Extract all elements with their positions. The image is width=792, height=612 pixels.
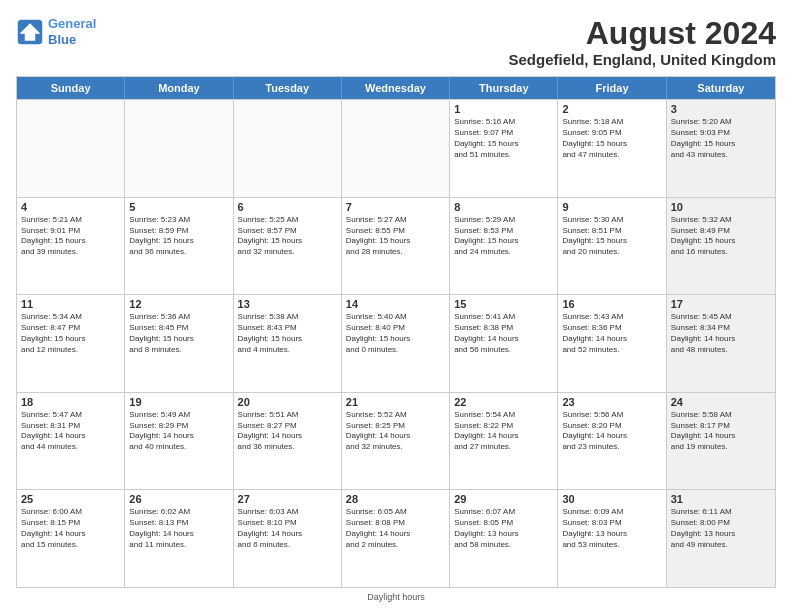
table-row: 8Sunrise: 5:29 AM Sunset: 8:53 PM Daylig… — [450, 198, 558, 295]
day-details: Sunrise: 5:45 AM Sunset: 8:34 PM Dayligh… — [671, 312, 771, 355]
calendar-header: SundayMondayTuesdayWednesdayThursdayFrid… — [17, 77, 775, 99]
day-number: 3 — [671, 103, 771, 115]
day-number: 17 — [671, 298, 771, 310]
day-number: 11 — [21, 298, 120, 310]
table-row — [234, 100, 342, 197]
table-row — [342, 100, 450, 197]
table-row: 16Sunrise: 5:43 AM Sunset: 8:36 PM Dayli… — [558, 295, 666, 392]
table-row: 5Sunrise: 5:23 AM Sunset: 8:59 PM Daylig… — [125, 198, 233, 295]
day-details: Sunrise: 5:20 AM Sunset: 9:03 PM Dayligh… — [671, 117, 771, 160]
day-number: 4 — [21, 201, 120, 213]
logo-text: General Blue — [48, 16, 96, 47]
day-number: 1 — [454, 103, 553, 115]
day-number: 29 — [454, 493, 553, 505]
table-row: 22Sunrise: 5:54 AM Sunset: 8:22 PM Dayli… — [450, 393, 558, 490]
table-row: 14Sunrise: 5:40 AM Sunset: 8:40 PM Dayli… — [342, 295, 450, 392]
day-details: Sunrise: 6:03 AM Sunset: 8:10 PM Dayligh… — [238, 507, 337, 550]
day-details: Sunrise: 5:18 AM Sunset: 9:05 PM Dayligh… — [562, 117, 661, 160]
day-details: Sunrise: 6:09 AM Sunset: 8:03 PM Dayligh… — [562, 507, 661, 550]
table-row: 30Sunrise: 6:09 AM Sunset: 8:03 PM Dayli… — [558, 490, 666, 587]
day-number: 20 — [238, 396, 337, 408]
day-number: 31 — [671, 493, 771, 505]
table-row: 21Sunrise: 5:52 AM Sunset: 8:25 PM Dayli… — [342, 393, 450, 490]
day-details: Sunrise: 5:36 AM Sunset: 8:45 PM Dayligh… — [129, 312, 228, 355]
table-row: 23Sunrise: 5:56 AM Sunset: 8:20 PM Dayli… — [558, 393, 666, 490]
day-details: Sunrise: 6:05 AM Sunset: 8:08 PM Dayligh… — [346, 507, 445, 550]
day-details: Sunrise: 5:23 AM Sunset: 8:59 PM Dayligh… — [129, 215, 228, 258]
table-row: 4Sunrise: 5:21 AM Sunset: 9:01 PM Daylig… — [17, 198, 125, 295]
day-number: 18 — [21, 396, 120, 408]
table-row: 25Sunrise: 6:00 AM Sunset: 8:15 PM Dayli… — [17, 490, 125, 587]
day-details: Sunrise: 5:21 AM Sunset: 9:01 PM Dayligh… — [21, 215, 120, 258]
calendar-day-header: Friday — [558, 77, 666, 99]
day-number: 24 — [671, 396, 771, 408]
day-number: 19 — [129, 396, 228, 408]
day-details: Sunrise: 5:30 AM Sunset: 8:51 PM Dayligh… — [562, 215, 661, 258]
table-row: 19Sunrise: 5:49 AM Sunset: 8:29 PM Dayli… — [125, 393, 233, 490]
day-number: 30 — [562, 493, 661, 505]
calendar-day-header: Wednesday — [342, 77, 450, 99]
footer-note: Daylight hours — [16, 592, 776, 602]
day-number: 21 — [346, 396, 445, 408]
table-row: 2Sunrise: 5:18 AM Sunset: 9:05 PM Daylig… — [558, 100, 666, 197]
day-number: 9 — [562, 201, 661, 213]
header: General Blue August 2024 Sedgefield, Eng… — [16, 16, 776, 68]
calendar-week-row: 11Sunrise: 5:34 AM Sunset: 8:47 PM Dayli… — [17, 294, 775, 392]
day-details: Sunrise: 5:47 AM Sunset: 8:31 PM Dayligh… — [21, 410, 120, 453]
day-number: 23 — [562, 396, 661, 408]
day-details: Sunrise: 6:02 AM Sunset: 8:13 PM Dayligh… — [129, 507, 228, 550]
day-number: 26 — [129, 493, 228, 505]
table-row: 26Sunrise: 6:02 AM Sunset: 8:13 PM Dayli… — [125, 490, 233, 587]
calendar: SundayMondayTuesdayWednesdayThursdayFrid… — [16, 76, 776, 588]
day-number: 22 — [454, 396, 553, 408]
table-row: 13Sunrise: 5:38 AM Sunset: 8:43 PM Dayli… — [234, 295, 342, 392]
table-row: 9Sunrise: 5:30 AM Sunset: 8:51 PM Daylig… — [558, 198, 666, 295]
table-row: 6Sunrise: 5:25 AM Sunset: 8:57 PM Daylig… — [234, 198, 342, 295]
day-details: Sunrise: 5:51 AM Sunset: 8:27 PM Dayligh… — [238, 410, 337, 453]
calendar-day-header: Monday — [125, 77, 233, 99]
day-number: 15 — [454, 298, 553, 310]
day-details: Sunrise: 5:54 AM Sunset: 8:22 PM Dayligh… — [454, 410, 553, 453]
day-details: Sunrise: 5:49 AM Sunset: 8:29 PM Dayligh… — [129, 410, 228, 453]
calendar-week-row: 1Sunrise: 5:16 AM Sunset: 9:07 PM Daylig… — [17, 99, 775, 197]
table-row — [125, 100, 233, 197]
calendar-week-row: 4Sunrise: 5:21 AM Sunset: 9:01 PM Daylig… — [17, 197, 775, 295]
day-number: 10 — [671, 201, 771, 213]
day-number: 6 — [238, 201, 337, 213]
day-details: Sunrise: 5:58 AM Sunset: 8:17 PM Dayligh… — [671, 410, 771, 453]
table-row: 18Sunrise: 5:47 AM Sunset: 8:31 PM Dayli… — [17, 393, 125, 490]
title-area: August 2024 Sedgefield, England, United … — [508, 16, 776, 68]
table-row: 10Sunrise: 5:32 AM Sunset: 8:49 PM Dayli… — [667, 198, 775, 295]
calendar-body: 1Sunrise: 5:16 AM Sunset: 9:07 PM Daylig… — [17, 99, 775, 587]
day-number: 13 — [238, 298, 337, 310]
table-row: 27Sunrise: 6:03 AM Sunset: 8:10 PM Dayli… — [234, 490, 342, 587]
table-row: 3Sunrise: 5:20 AM Sunset: 9:03 PM Daylig… — [667, 100, 775, 197]
day-details: Sunrise: 6:00 AM Sunset: 8:15 PM Dayligh… — [21, 507, 120, 550]
table-row — [17, 100, 125, 197]
day-details: Sunrise: 6:07 AM Sunset: 8:05 PM Dayligh… — [454, 507, 553, 550]
logo-icon — [16, 18, 44, 46]
table-row: 28Sunrise: 6:05 AM Sunset: 8:08 PM Dayli… — [342, 490, 450, 587]
day-number: 28 — [346, 493, 445, 505]
day-details: Sunrise: 5:27 AM Sunset: 8:55 PM Dayligh… — [346, 215, 445, 258]
table-row: 29Sunrise: 6:07 AM Sunset: 8:05 PM Dayli… — [450, 490, 558, 587]
calendar-day-header: Thursday — [450, 77, 558, 99]
table-row: 17Sunrise: 5:45 AM Sunset: 8:34 PM Dayli… — [667, 295, 775, 392]
day-details: Sunrise: 5:40 AM Sunset: 8:40 PM Dayligh… — [346, 312, 445, 355]
table-row: 1Sunrise: 5:16 AM Sunset: 9:07 PM Daylig… — [450, 100, 558, 197]
day-number: 25 — [21, 493, 120, 505]
table-row: 31Sunrise: 6:11 AM Sunset: 8:00 PM Dayli… — [667, 490, 775, 587]
calendar-day-header: Saturday — [667, 77, 775, 99]
day-number: 2 — [562, 103, 661, 115]
day-number: 5 — [129, 201, 228, 213]
day-details: Sunrise: 5:34 AM Sunset: 8:47 PM Dayligh… — [21, 312, 120, 355]
day-number: 12 — [129, 298, 228, 310]
calendar-week-row: 18Sunrise: 5:47 AM Sunset: 8:31 PM Dayli… — [17, 392, 775, 490]
day-number: 27 — [238, 493, 337, 505]
table-row: 7Sunrise: 5:27 AM Sunset: 8:55 PM Daylig… — [342, 198, 450, 295]
main-title: August 2024 — [508, 16, 776, 51]
page: General Blue August 2024 Sedgefield, Eng… — [0, 0, 792, 612]
day-details: Sunrise: 5:32 AM Sunset: 8:49 PM Dayligh… — [671, 215, 771, 258]
table-row: 11Sunrise: 5:34 AM Sunset: 8:47 PM Dayli… — [17, 295, 125, 392]
day-number: 14 — [346, 298, 445, 310]
